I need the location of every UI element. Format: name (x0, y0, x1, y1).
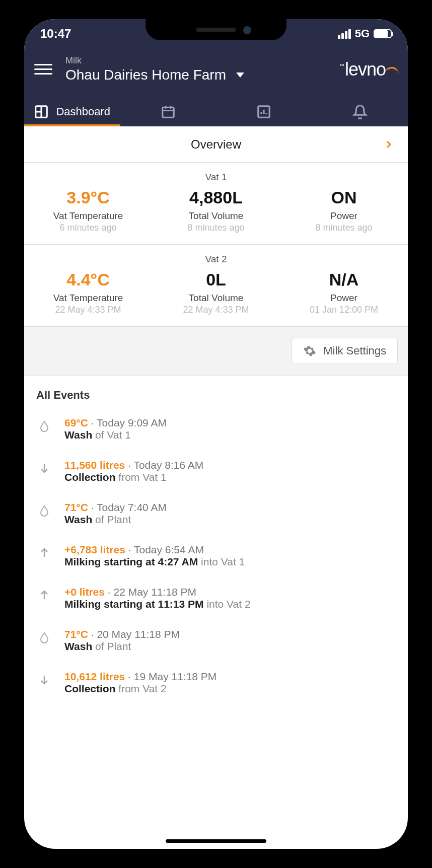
event-detail: Milking starting at 4:27 AM into Vat 1 (64, 556, 396, 568)
vat-vol-label: Total Volume (152, 210, 280, 222)
event-item[interactable]: 10,612 litres · 19 May 11:18 PM Collecti… (36, 671, 396, 695)
vat-name: Vat 2 (24, 254, 408, 265)
brand-logo: ™levno (340, 59, 398, 80)
event-body: +0 litres · 22 May 11:18 PM Milking star… (64, 586, 396, 610)
drop-icon (36, 501, 52, 518)
event-detail: Wash of Vat 1 (64, 429, 396, 441)
gear-icon (303, 344, 316, 357)
vat-temperature: 4.4°C Vat Temperature 22 May 4:33 PM (24, 270, 152, 315)
vat-temp-time: 22 May 4:33 PM (24, 305, 152, 315)
drop-icon (36, 628, 52, 644)
tab-calendar[interactable] (120, 97, 217, 126)
tab-analytics[interactable] (216, 97, 312, 126)
events-title: All Events (36, 389, 396, 402)
overview-button[interactable]: Overview (24, 126, 408, 163)
event-body: 71°C · Today 7:40 AM Wash of Plant (64, 501, 396, 526)
vat-temp-value: 3.9°C (24, 188, 152, 207)
farm-name: Ohau Dairies Home Farm (65, 67, 226, 83)
vat-power-time: 01 Jan 12:00 PM (280, 305, 408, 315)
chevron-right-icon (383, 138, 395, 151)
settings-bar: Milk Settings (24, 327, 408, 376)
drop-icon (36, 417, 52, 433)
menu-icon[interactable] (34, 64, 52, 75)
event-body: 71°C · 20 May 11:18 PM Wash of Plant (64, 628, 396, 653)
vat-vol-label: Total Volume (152, 293, 280, 304)
vat-power: ON Power 8 minutes ago (280, 188, 408, 233)
event-summary: 71°C · 20 May 11:18 PM (64, 628, 396, 640)
tab-dashboard[interactable]: Dashboard (24, 97, 120, 126)
home-indicator[interactable] (166, 839, 266, 843)
milk-settings-label: Milk Settings (323, 344, 386, 357)
vat-temp-time: 6 minutes ago (24, 223, 152, 233)
event-body: 69°C · Today 9:09 AM Wash of Vat 1 (64, 417, 396, 441)
event-summary: 69°C · Today 9:09 AM (64, 417, 396, 429)
event-body: 11,560 litres · Today 8:16 AM Collection… (64, 459, 396, 483)
event-item[interactable]: 71°C · 20 May 11:18 PM Wash of Plant (36, 628, 396, 653)
vat-power-label: Power (280, 293, 408, 304)
event-detail: Milking starting at 11:13 PM into Vat 2 (64, 598, 396, 610)
vat-name: Vat 1 (24, 172, 408, 183)
bell-icon (352, 104, 368, 119)
chevron-down-icon (236, 73, 244, 78)
event-item[interactable]: +6,783 litres · Today 6:54 AM Milking st… (36, 544, 396, 568)
vat-vol-value: 0L (152, 270, 280, 290)
event-item[interactable]: +0 litres · 22 May 11:18 PM Milking star… (36, 586, 396, 610)
milk-settings-button[interactable]: Milk Settings (292, 338, 398, 364)
vat-card[interactable]: Vat 2 4.4°C Vat Temperature 22 May 4:33 … (24, 245, 408, 327)
vat-vol-value: 4,880L (152, 188, 280, 207)
event-summary: 11,560 litres · Today 8:16 AM (64, 459, 396, 471)
vat-temp-label: Vat Temperature (24, 293, 152, 304)
vat-volume: 0L Total Volume 22 May 4:33 PM (152, 270, 280, 315)
events-section: All Events 69°C · Today 9:09 AM Wash of … (24, 376, 408, 695)
vat-power-value: N/A (280, 270, 408, 290)
app-header: Milk Ohau Dairies Home Farm ™levno (24, 48, 408, 88)
event-item[interactable]: 69°C · Today 9:09 AM Wash of Vat 1 (36, 417, 396, 441)
arrow-up-icon (36, 586, 52, 602)
tab-alerts[interactable] (312, 97, 408, 126)
signal-icon (338, 29, 351, 39)
arrow-down-icon (36, 459, 52, 475)
vat-power-time: 8 minutes ago (280, 223, 408, 233)
event-detail: Wash of Plant (64, 640, 396, 653)
event-detail: Collection from Vat 2 (64, 683, 396, 695)
vat-power-value: ON (280, 188, 408, 207)
vat-temperature: 3.9°C Vat Temperature 6 minutes ago (24, 188, 152, 233)
vat-vol-time: 8 minutes ago (152, 223, 280, 233)
event-body: 10,612 litres · 19 May 11:18 PM Collecti… (64, 671, 396, 695)
overview-label: Overview (191, 137, 241, 152)
event-summary: +0 litres · 22 May 11:18 PM (64, 586, 396, 598)
arrow-up-icon (36, 544, 52, 560)
farm-selector[interactable]: Milk Ohau Dairies Home Farm (65, 55, 340, 83)
event-item[interactable]: 11,560 litres · Today 8:16 AM Collection… (36, 459, 396, 483)
vat-power: N/A Power 01 Jan 12:00 PM (280, 270, 408, 315)
calendar-icon (161, 104, 176, 119)
farm-category: Milk (65, 55, 340, 66)
vat-temp-value: 4.4°C (24, 270, 152, 290)
event-detail: Wash of Plant (64, 514, 396, 526)
event-summary: 71°C · Today 7:40 AM (64, 501, 396, 514)
chart-icon (256, 104, 271, 119)
vat-card[interactable]: Vat 1 3.9°C Vat Temperature 6 minutes ag… (24, 163, 408, 245)
event-detail: Collection from Vat 1 (64, 471, 396, 483)
vat-volume: 4,880L Total Volume 8 minutes ago (152, 188, 280, 233)
event-summary: +6,783 litres · Today 6:54 AM (64, 544, 396, 556)
vat-temp-label: Vat Temperature (24, 210, 152, 222)
event-summary: 10,612 litres · 19 May 11:18 PM (64, 671, 396, 683)
event-body: +6,783 litres · Today 6:54 AM Milking st… (64, 544, 396, 568)
battery-icon (374, 29, 392, 38)
network-label: 5G (355, 27, 370, 40)
svg-rect-3 (163, 107, 174, 117)
dashboard-icon (34, 104, 49, 119)
status-time: 10:47 (40, 27, 71, 41)
vat-vol-time: 22 May 4:33 PM (152, 305, 280, 315)
tab-dashboard-label: Dashboard (56, 105, 110, 118)
arrow-down-icon (36, 671, 52, 687)
event-item[interactable]: 71°C · Today 7:40 AM Wash of Plant (36, 501, 396, 526)
tab-bar: Dashboard (24, 88, 408, 126)
vat-power-label: Power (280, 210, 408, 222)
